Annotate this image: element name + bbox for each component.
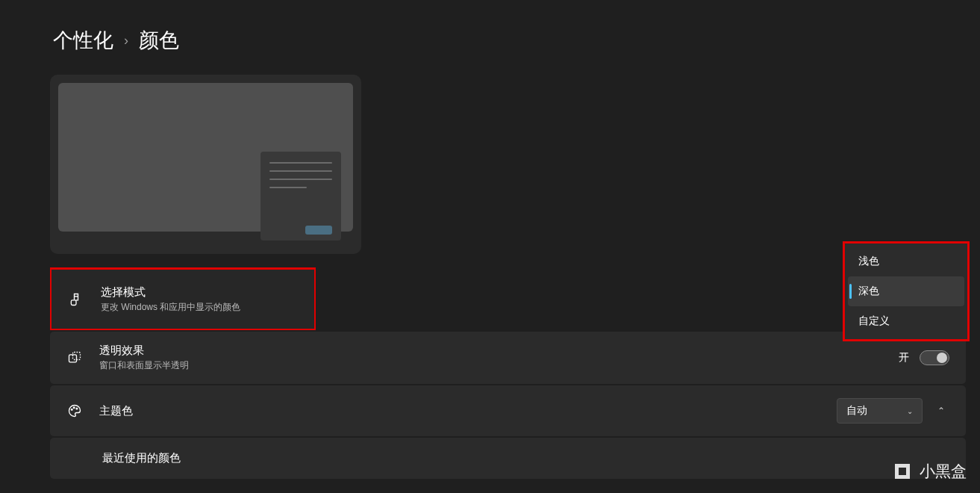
setting-row-accent[interactable]: 主题色 自动 ⌄ ⌃: [50, 385, 966, 436]
expand-chevron-icon[interactable]: ⌃: [933, 401, 949, 421]
svg-point-5: [76, 408, 78, 409]
mode-option-custom[interactable]: 自定义: [848, 306, 964, 336]
settings-list: 选择模式 更改 Windows 和应用中显示的颜色 透明效果 窗口和表面显示半透…: [50, 267, 966, 479]
breadcrumb: 个性化 › 颜色: [0, 0, 980, 54]
svg-point-4: [73, 407, 75, 409]
setting-row-transparency[interactable]: 透明效果 窗口和表面显示半透明 开: [50, 332, 966, 384]
setting-transparency-title: 透明效果: [99, 344, 189, 358]
setting-transparency-desc: 窗口和表面显示半透明: [99, 359, 189, 372]
toggle-knob: [937, 353, 947, 363]
mode-option-dark[interactable]: 深色: [848, 276, 964, 306]
setting-row-mode[interactable]: 选择模式 更改 Windows 和应用中显示的颜色: [50, 267, 316, 330]
toggle-state-label: 开: [899, 351, 909, 365]
chevron-right-icon: ›: [124, 33, 128, 49]
watermark: 小黑盒: [891, 460, 967, 483]
mode-option-light[interactable]: 浅色: [848, 246, 964, 276]
accent-dropdown[interactable]: 自动 ⌄: [837, 398, 923, 424]
watermark-text: 小黑盒: [920, 461, 967, 482]
setting-accent-title: 主题色: [99, 404, 133, 418]
preview-line: [269, 187, 307, 188]
svg-point-3: [71, 409, 72, 411]
dropdown-value: 自动: [846, 404, 867, 418]
theme-preview: [50, 75, 361, 254]
palette-icon: [66, 403, 83, 419]
preview-line: [269, 162, 332, 164]
mode-dropdown-menu: 浅色 深色 自定义: [843, 241, 970, 341]
chevron-down-icon: ⌄: [907, 407, 913, 415]
transparency-icon: [66, 350, 83, 366]
setting-row-recent-colors[interactable]: 最近使用的颜色: [50, 438, 966, 479]
watermark-logo-icon: [891, 460, 914, 483]
preview-line: [269, 170, 332, 172]
setting-mode-title: 选择模式: [101, 285, 240, 300]
brush-icon: [68, 291, 84, 308]
preview-line: [269, 179, 332, 180]
breadcrumb-current: 颜色: [139, 27, 179, 54]
preview-window: [260, 152, 341, 241]
breadcrumb-parent-link[interactable]: 个性化: [53, 27, 113, 54]
recent-colors-title: 最近使用的颜色: [102, 451, 181, 464]
preview-desktop: [58, 83, 353, 232]
transparency-toggle[interactable]: [920, 350, 949, 365]
preview-accent-button: [305, 226, 332, 235]
setting-mode-desc: 更改 Windows 和应用中显示的颜色: [101, 301, 240, 314]
